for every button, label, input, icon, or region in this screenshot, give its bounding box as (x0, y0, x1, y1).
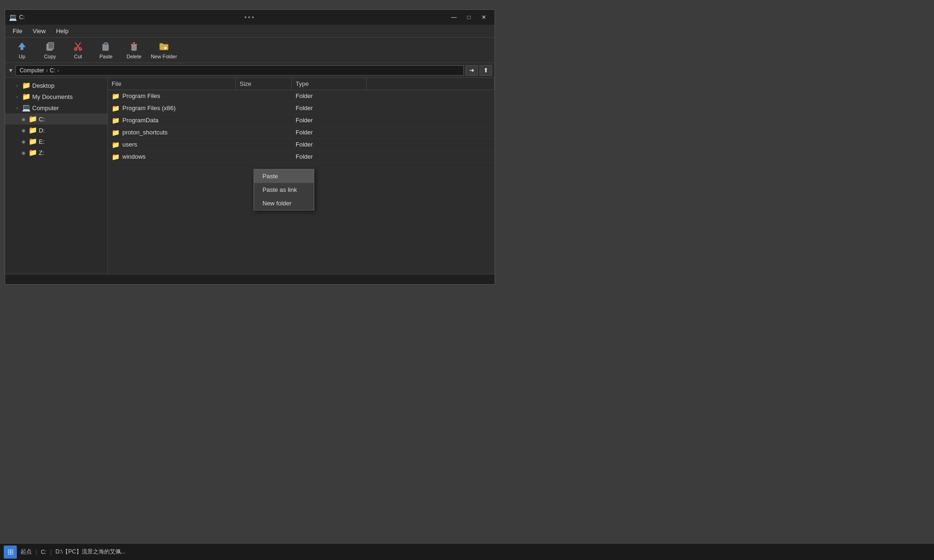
file-cell-name-0: 📁 Program Files (108, 92, 236, 100)
sidebar-item-desktop[interactable]: ○ 📁 Desktop (5, 80, 107, 91)
copy-button[interactable]: Copy (37, 40, 63, 61)
ctx-paste[interactable]: Paste (254, 169, 314, 183)
path-sep-1: › (46, 67, 48, 74)
file-cell-type-4: Folder (292, 141, 367, 148)
sidebar-item-z-label: Z: (39, 149, 44, 156)
ctx-paste-as-link[interactable]: Paste as link (254, 183, 314, 196)
computer-icon: 💻 (22, 104, 30, 112)
title-bar-left: 💻 C: (9, 14, 25, 21)
file-row[interactable]: 📁 Program Files (x86) Folder (108, 102, 495, 114)
file-manager-window: 💻 C: ••• — □ ✕ File View Help Up (5, 9, 495, 285)
col-header-file[interactable]: File (108, 78, 236, 90)
file-list-header: File Size Type (108, 78, 495, 90)
dropdown-arrow: ▼ (8, 67, 14, 74)
sidebar-item-computer[interactable]: ○ 💻 Computer (5, 102, 107, 113)
path-computer: Computer (20, 67, 44, 74)
expand-desktop-icon: ○ (14, 82, 20, 89)
file-row[interactable]: 📁 ProgramData Folder (108, 114, 495, 126)
file-type-5: Folder (296, 153, 313, 160)
sidebar-item-e-label: E: (39, 138, 44, 145)
menu-bar: File View Help (5, 25, 495, 38)
expand-computer-icon: ○ (14, 105, 20, 111)
file-row[interactable]: 📁 users Folder (108, 139, 495, 151)
file-cell-type-3: Folder (292, 129, 367, 136)
file-cell-name-2: 📁 ProgramData (108, 117, 236, 124)
maximize-button[interactable]: □ (462, 12, 476, 22)
nav-forward-button[interactable]: ➜ (466, 65, 478, 76)
col-header-extra (367, 78, 495, 90)
menu-help[interactable]: Help (51, 26, 73, 36)
taskbar-sep: | (35, 548, 37, 555)
file-name-2: ProgramData (122, 117, 158, 124)
taskbar-path: D:\【PC】流景之海的艾佩... (56, 548, 126, 556)
sidebar-item-c-label: C: (39, 116, 45, 123)
sidebar-item-e[interactable]: ◉ 📁 E: (5, 136, 107, 147)
col-header-type[interactable]: Type (292, 78, 367, 90)
file-cell-type-5: Folder (292, 153, 367, 160)
file-row[interactable]: 📁 windows Folder (108, 151, 495, 163)
minimize-button[interactable]: — (447, 12, 461, 22)
file-folder-icon-0: 📁 (112, 92, 120, 100)
folder-d-icon: 📁 (28, 126, 37, 134)
file-folder-icon-2: 📁 (112, 117, 120, 124)
menu-file[interactable]: File (8, 26, 27, 36)
new-folder-label: New Folder (151, 54, 177, 59)
taskbar: ⊞ 起点 | C: | D:\【PC】流景之海的艾佩... (0, 543, 934, 560)
file-name-1: Program Files (x86) (122, 105, 176, 112)
file-row[interactable]: 📁 Program Files Folder (108, 90, 495, 102)
title-bar: 💻 C: ••• — □ ✕ (5, 10, 495, 25)
copy-icon (45, 41, 55, 53)
sidebar-item-z[interactable]: ◉ 📁 Z: (5, 147, 107, 158)
path-sep-2: › (57, 67, 59, 74)
up-label: Up (19, 54, 25, 59)
expand-d-icon: ◉ (20, 127, 27, 133)
delete-button[interactable]: Delete (121, 40, 147, 61)
sidebar: ○ 📁 Desktop ○ 📁 My Documents ○ 💻 Compute… (5, 78, 108, 274)
ctx-new-folder[interactable]: New folder (254, 196, 314, 210)
svg-rect-10 (132, 45, 136, 50)
start-button[interactable]: ⊞ (4, 546, 17, 559)
file-type-4: Folder (296, 141, 313, 148)
menu-view[interactable]: View (28, 26, 50, 36)
address-dropdown[interactable]: ▼ (8, 67, 14, 74)
window-icon: 💻 (9, 14, 16, 21)
paste-icon (101, 41, 111, 53)
file-cell-name-4: 📁 users (108, 141, 236, 148)
paste-button[interactable]: Paste (93, 40, 119, 61)
folder-c-icon: 📁 (28, 115, 37, 123)
sidebar-item-mydocs[interactable]: ○ 📁 My Documents (5, 91, 107, 102)
file-cell-type-2: Folder (292, 117, 367, 124)
file-type-0: Folder (296, 92, 313, 99)
file-folder-icon-1: 📁 (112, 105, 120, 112)
sidebar-item-desktop-label: Desktop (32, 82, 55, 89)
file-cell-name-3: 📁 proton_shortcuts (108, 129, 236, 136)
close-button[interactable]: ✕ (477, 12, 491, 22)
window-controls: — □ ✕ (447, 12, 491, 22)
sidebar-item-d[interactable]: ◉ 📁 D: (5, 125, 107, 136)
file-folder-icon-3: 📁 (112, 129, 120, 136)
delete-label: Delete (127, 54, 142, 59)
sidebar-item-c[interactable]: ◉ 📁 C: (5, 113, 107, 125)
file-type-3: Folder (296, 129, 313, 136)
status-bar (5, 274, 495, 284)
file-folder-icon-5: 📁 (112, 153, 120, 161)
delete-icon (129, 41, 139, 53)
taskbar-label: 起点 (21, 548, 32, 556)
folder-z-icon: 📁 (28, 148, 37, 157)
address-path[interactable]: Computer › C: › (15, 65, 464, 76)
window-title: C: (19, 14, 25, 21)
context-menu: Paste Paste as link New folder (254, 169, 314, 210)
cut-label: Cut (74, 54, 82, 59)
address-bar: ▼ Computer › C: › ➜ ⬆ (5, 63, 495, 78)
file-row[interactable]: 📁 proton_shortcuts Folder (108, 126, 495, 139)
new-folder-icon (159, 41, 169, 53)
col-header-size[interactable]: Size (236, 78, 292, 90)
sidebar-item-mydocs-label: My Documents (32, 93, 73, 100)
sidebar-item-d-label: D: (39, 127, 45, 134)
file-cell-type-0: Folder (292, 92, 367, 99)
cut-button[interactable]: Cut (65, 40, 91, 61)
nav-up-button[interactable]: ⬆ (480, 65, 492, 76)
new-folder-button[interactable]: New Folder (149, 40, 179, 61)
up-button[interactable]: Up (9, 40, 35, 61)
expand-mydocs-icon: ○ (14, 93, 20, 100)
